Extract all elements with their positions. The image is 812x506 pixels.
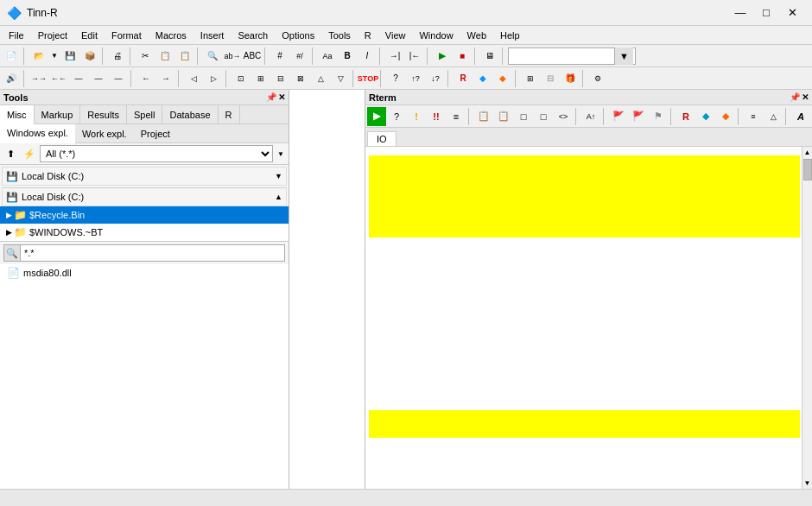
tb2-help2[interactable]: ↑? [406,69,425,88]
minimize-button[interactable]: — [727,1,753,25]
tb2-fmt1[interactable]: ⊡ [232,69,251,88]
menu-window[interactable]: Window [412,27,460,44]
rterm-triangle-btn[interactable]: △ [764,107,783,126]
close-button[interactable]: ✕ [779,1,805,25]
menu-format[interactable]: Format [105,27,149,44]
subtab-project[interactable]: Project [134,124,177,142]
scroll-thumb[interactable] [803,159,812,180]
rterm-a-btn[interactable]: A [791,107,810,126]
tb2-diamond2[interactable]: ◆ [493,69,512,88]
scroll-up-button[interactable]: ▲ [802,147,813,158]
rterm-square2-btn[interactable]: □ [534,107,553,126]
editor-area[interactable] [289,90,365,489]
tb-uncomment-button[interactable]: #/ [290,47,309,66]
tb2-outdent-button[interactable]: ←← [49,69,68,88]
search-input[interactable] [21,244,285,262]
exp-dropdown-arrow[interactable]: ▼ [275,145,287,162]
tab-r[interactable]: R [219,105,240,123]
filter-dropdown[interactable]: All (*.*) [40,145,273,162]
menu-project[interactable]: Project [31,27,74,44]
tb-new-button[interactable]: 📄 [2,47,21,66]
rterm-tab-io[interactable]: IO [367,131,396,146]
rterm-code-btn[interactable]: <> [554,107,573,126]
tb2-indent4-button[interactable]: — [109,69,128,88]
tab-database[interactable]: Database [162,105,218,123]
tools-close-button[interactable]: ✕ [278,92,285,102]
menu-tools[interactable]: Tools [321,27,358,44]
tb2-speaker-button[interactable]: 🔊 [2,69,21,88]
tb2-grid1[interactable]: ⊞ [521,69,540,88]
tb-open-dropdown[interactable]: ▼ [49,47,60,66]
tb-print-button[interactable]: 🖨 [108,47,127,66]
rterm-diamond2-btn[interactable]: ◆ [716,107,735,126]
menu-file[interactable]: File [2,27,31,44]
tb2-help3[interactable]: ↓? [426,69,445,88]
tb-search-dropdown[interactable]: ▼ [614,47,633,65]
tb-stop-button[interactable]: ■ [453,47,472,66]
menu-search[interactable]: Search [231,27,275,44]
menu-r[interactable]: R [358,27,378,44]
tb2-r-btn[interactable]: R [454,69,473,88]
tb2-indent3-button[interactable]: — [89,69,108,88]
tb-monitor-button[interactable]: 🖥 [480,47,499,66]
tab-spell[interactable]: Spell [127,105,162,123]
tb-search-input[interactable] [511,51,614,61]
menu-macros[interactable]: Macros [149,27,193,44]
tree-item-recycle[interactable]: ▶ 📁 $Recycle.Bin [0,206,289,224]
menu-insert[interactable]: Insert [193,27,232,44]
tab-misc[interactable]: Misc [0,105,35,124]
rterm-flag1-btn[interactable]: 🚩 [609,107,628,126]
tb2-gift-btn[interactable]: 🎁 [561,69,580,88]
tb-paste-button[interactable]: 📋 [175,47,194,66]
rterm-square1-btn[interactable]: □ [514,107,533,126]
tb-cut-button[interactable]: ✂ [136,47,155,66]
search-go-button[interactable]: 🔍 [3,244,21,262]
tree-item-windows-bt[interactable]: ▶ 📁 $WINDOWS.~BT [0,224,289,241]
tb-find-button[interactable]: 🔍 [203,47,222,66]
rterm-pin-button[interactable]: 📌 [790,92,800,102]
menu-view[interactable]: View [378,27,413,44]
tb2-stop-btn[interactable]: STOP [358,69,377,88]
rterm-scrollbar[interactable]: ▲ ▼ [802,147,812,489]
tb-font-button[interactable]: Aa [318,47,337,66]
rterm-flag2-btn[interactable]: 🚩 [629,107,648,126]
rterm-help-btn[interactable]: ? [387,107,406,126]
tb-run-button[interactable]: ▶ [433,47,452,66]
rterm-copy2-btn[interactable]: 📋 [494,107,513,126]
tb2-fmt4[interactable]: ⊠ [291,69,310,88]
tb-comment-button[interactable]: # [270,47,289,66]
drive-selector-2[interactable]: 💾 Local Disk (C:) ▲ [2,187,287,206]
rterm-r2-btn[interactable]: R [676,107,695,126]
tb2-indent2-button[interactable]: — [69,69,88,88]
tb-save-all-button[interactable]: 📦 [80,47,99,66]
tb-spell-button[interactable]: ABC [243,47,262,66]
tb2-arrow-left[interactable]: ← [136,69,155,88]
tb2-action1[interactable]: ⚙ [588,69,607,88]
tb-font-italic[interactable]: I [358,47,377,66]
menu-help[interactable]: Help [493,27,527,44]
rterm-green-btn[interactable]: ▶ [367,107,386,126]
tb2-indent-button[interactable]: →→ [29,69,48,88]
tools-pin-button[interactable]: 📌 [266,92,276,102]
rterm-excl1-btn[interactable]: ! [407,107,426,126]
rterm-lines-btn[interactable]: ≡ [744,107,763,126]
tb2-grid2[interactable]: ⊟ [541,69,560,88]
tb2-nav-fwd[interactable]: ▷ [204,69,223,88]
tb-save-button[interactable]: 💾 [60,47,79,66]
exp-lightning[interactable]: ⚡ [21,145,38,162]
tb-replace-button[interactable]: ab→ [223,47,242,66]
tb-outdent-button[interactable]: |← [405,47,424,66]
tb2-fmt3[interactable]: ⊟ [271,69,290,88]
rterm-list-btn[interactable]: ≡ [447,107,466,126]
subtab-windows-expl[interactable]: Windows expl. [0,124,75,143]
drive-selector-1[interactable]: 💾 Local Disk (C:) ▼ [2,167,287,186]
rterm-copy1-btn[interactable]: 📋 [474,107,493,126]
rterm-flag3-btn[interactable]: ⚑ [649,107,668,126]
tab-markup[interactable]: Markup [35,105,81,123]
tb2-nav-back[interactable]: ◁ [184,69,203,88]
tb2-diamond1[interactable]: ◆ [473,69,492,88]
menu-options[interactable]: Options [275,27,321,44]
rterm-font-btn[interactable]: A↑ [581,107,600,126]
tb-indent-button[interactable]: →| [385,47,404,66]
tb2-fmt5[interactable]: △ [311,69,330,88]
